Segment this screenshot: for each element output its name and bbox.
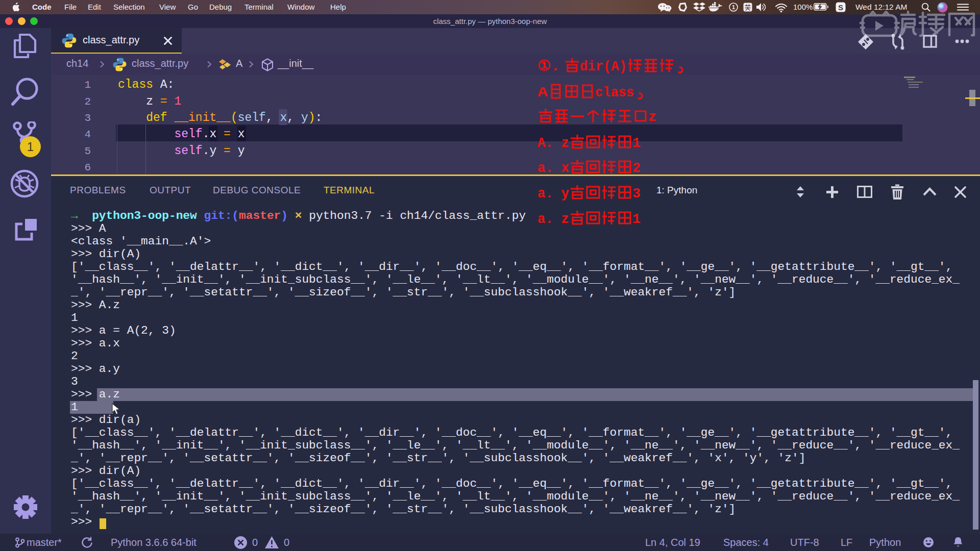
svg-text:1: 1 xyxy=(732,4,735,10)
svg-text:S: S xyxy=(838,3,843,12)
